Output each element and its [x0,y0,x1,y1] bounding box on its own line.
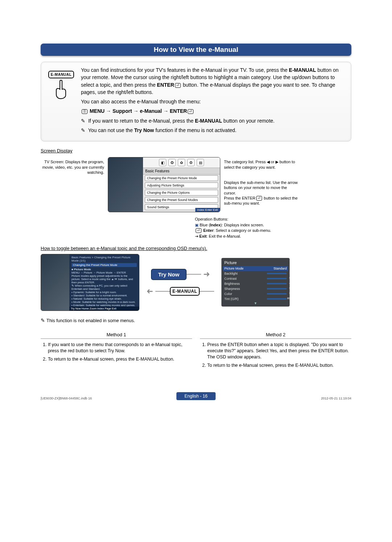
category-icon: ◧ [159,159,166,166]
intro-box: E-MANUAL You can find instructions for y… [41,62,351,141]
category-icon: ✪ [168,159,176,166]
sharpness-row: Sharpness50 [223,286,288,291]
emanual-return-button[interactable]: E-MANUAL [170,287,200,296]
color-row: Color50 [223,291,288,296]
screenshot-footer-bar: Index Enter Exit [195,208,220,212]
function-note: This function is not enabled in some men… [41,317,351,323]
arrow-left-icon: ➜ [147,287,153,296]
picture-mode-row: Picture ModeStandard [223,266,288,271]
submenu-item: Changing the Preset Picture Mode [145,175,218,181]
tint-row: Tint (G/R)R50 [223,296,288,301]
try-now-button[interactable]: Try Now [151,269,187,280]
contrast-row: Contrast95 [223,276,288,281]
intro-paragraph-2: You can also access the e-Manual through… [81,98,346,105]
detail-section-title: Changing the Preset Picture Mode [72,263,137,267]
submenu-item: Changing the Picture Options [145,190,218,196]
enter-icon: ⏎ [196,228,201,233]
tv-preview-area [108,157,143,212]
submenu-item: Changing the Preset Sound Modes [145,197,218,203]
category-icon: ❂ [187,159,195,166]
method-2-heading: Method 2 [200,332,351,339]
tv-screen-caption: TV Screen: Displays the program, movie, … [41,157,104,175]
method-1-step: If you want to use the menu that corresp… [48,342,192,354]
page-title: How to View the e-Manual [41,44,351,56]
remote-hand-icon: E-MANUAL [48,71,75,99]
enter-icon: ⏎ [175,83,181,88]
emanual-button-on-remote: E-MANUAL [48,71,74,78]
enter-icon: ⏎ [256,196,262,201]
category-icon: ▤ [197,159,204,166]
intro-note-1: If you want to return to the e-Manual, p… [81,117,346,124]
screen-display-diagram: TV Screen: Displays the program, movie, … [41,157,351,212]
tv-preview-area [41,254,69,311]
osd-picture-panel: Picture Picture ModeStandard Backlight10… [221,258,290,307]
methods-table: Method 1 If you want to use the menu tha… [41,332,351,371]
method-1-step: To return to the e-Manual screen, press … [48,356,192,362]
method-2-step: Press the ENTER button when a topic is d… [207,342,351,360]
intro-paragraph-1: You can find instructions for your TV's … [81,66,346,96]
screen-display-heading: Screen Display [41,148,351,153]
breadcrumb: Basic Features > Changing the Preset Pic… [72,256,137,262]
menu-path: ☰ MENU → Support → e-Manual → ENTER⏎ [81,107,346,115]
detail-bottom-bar: Try Now Home Zoom Index Page Exit [69,307,139,311]
print-footer-right: 2012-05-21 11:19:04 [321,397,351,400]
category-header: Basic Features [143,168,220,174]
category-icons-row: ◧ ✪ ✿ ❂ ▤ [143,157,220,168]
brightness-row: Brightness45 [223,281,288,286]
tv-screenshot: ◧ ✪ ✿ ❂ ▤ Basic Features Changing the Pr… [108,157,220,212]
submenu-item: Adjusting Picture Settings [145,182,218,188]
enter-icon: ⏎ [188,109,193,114]
category-icon: ✿ [178,159,185,166]
arrow-right-icon: ➜ [203,270,210,279]
emanual-detail-screenshot: Basic Features > Changing the Preset Pic… [41,254,139,311]
menu-icon: ☰ [82,109,87,114]
method-1-heading: Method 1 [41,332,192,339]
operation-buttons-block: Operation Buttons: ▣ Blue (Index): Displ… [195,217,351,239]
toggle-diagram: Basic Features > Changing the Preset Pic… [41,254,351,311]
method-2-step: To return to the e-Manual screen, press … [207,362,351,369]
submenu-caption: Displays the sub-menu list. Use the arro… [224,180,298,206]
backlight-row: Backlight10 [223,271,288,276]
toggle-heading: How to toggle between an e-Manual topic … [41,246,351,251]
print-footer-left: [UE6030-ZX]BN68-04458C.indb 16 [41,397,92,400]
intro-note-2: You can not use the Try Now function if … [81,127,346,134]
picture-panel-title: Picture [223,259,288,266]
page-number-badge: English - 16 [176,392,215,400]
category-list-caption: The category list. Press ◀ or ▶ button t… [224,159,298,170]
